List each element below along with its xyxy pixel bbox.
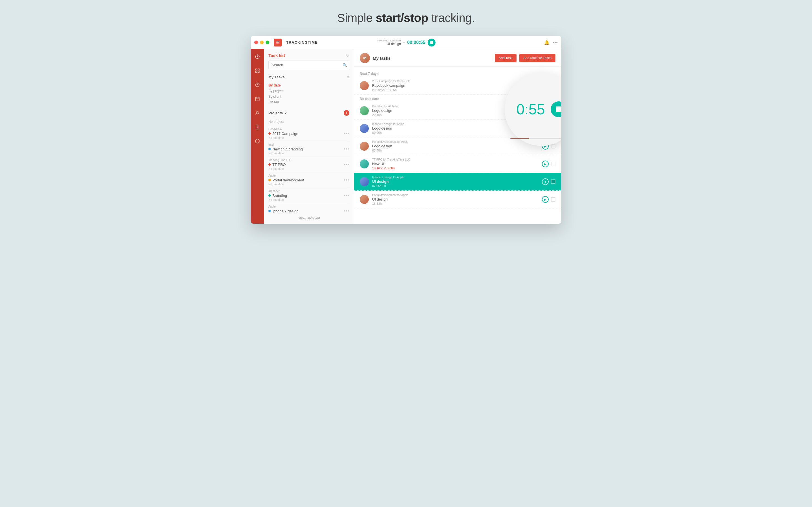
svg-point-10 bbox=[257, 111, 258, 113]
project-name: 2017 Campaign bbox=[268, 131, 298, 136]
sidebar-icon-box[interactable] bbox=[253, 137, 262, 145]
task-project: Portal development for Apple bbox=[372, 140, 539, 144]
sidebar-icon-calendar[interactable] bbox=[253, 95, 262, 103]
task-item-active[interactable]: Iphone 7 design for Apple UI design 07:0… bbox=[354, 173, 561, 191]
panel-header: Task list ↻ bbox=[264, 49, 354, 61]
timer-task-label: IPHONE 7 DESIGN bbox=[377, 39, 401, 42]
project-name: Iphone 7 design bbox=[268, 209, 299, 213]
project-menu-icon[interactable]: ••• bbox=[344, 147, 349, 152]
circle-stop-button[interactable] bbox=[551, 101, 561, 117]
sidebar-icon-chart[interactable] bbox=[253, 66, 262, 75]
projects-header: Projects ∨ + bbox=[264, 107, 354, 117]
project-item[interactable]: Apple Portal development ••• No due date bbox=[268, 172, 349, 188]
task-avatar bbox=[360, 177, 369, 186]
filter-by-client[interactable]: By client bbox=[268, 94, 349, 100]
project-due: No due date bbox=[268, 167, 349, 170]
no-project-label[interactable]: No project bbox=[268, 117, 349, 126]
project-name: Portal development bbox=[268, 178, 304, 182]
task-item[interactable]: TT PRO for TrackingTime LLC New UI 19:16… bbox=[354, 155, 561, 173]
my-tasks-label: My Tasks bbox=[268, 75, 285, 79]
task-actions: ■ bbox=[542, 178, 555, 185]
my-tasks-header: My Tasks ≡ bbox=[264, 73, 354, 81]
add-project-button[interactable]: + bbox=[344, 110, 349, 116]
project-item[interactable]: Coca-Cola 2017 Campaign ••• No due date bbox=[268, 126, 349, 142]
sidebar-icon-time[interactable] bbox=[253, 80, 262, 89]
project-item[interactable]: TrackingTime LLC TT PRO ••• No due date bbox=[268, 157, 349, 172]
svg-rect-4 bbox=[258, 71, 259, 73]
project-color-dot bbox=[268, 210, 271, 212]
project-due: No due date bbox=[268, 136, 349, 139]
task-time: 16:58h bbox=[372, 202, 539, 205]
sidebar-icon-clock[interactable] bbox=[253, 52, 262, 61]
search-icon: 🔍 bbox=[343, 63, 347, 67]
minimize-button[interactable] bbox=[260, 41, 264, 44]
project-item[interactable]: Alphabet Branding ••• No due date bbox=[268, 188, 349, 203]
task-info: Portal development for Apple Logo design… bbox=[372, 140, 539, 152]
project-menu-icon[interactable]: ••• bbox=[344, 193, 349, 198]
filter-by-project[interactable]: By project bbox=[268, 88, 349, 94]
projects-label[interactable]: Projects ∨ bbox=[268, 111, 287, 115]
show-archived-link[interactable]: Show archived bbox=[264, 213, 354, 224]
project-color-dot bbox=[268, 132, 271, 135]
refresh-icon[interactable]: ↻ bbox=[346, 53, 349, 58]
task-name: UI design bbox=[372, 179, 539, 184]
left-panel: Task list ↻ 🔍 My Tasks ≡ By date By proj… bbox=[264, 49, 354, 224]
task-name: New UI bbox=[372, 162, 539, 166]
timer-stop-button[interactable] bbox=[427, 39, 435, 47]
task-checkbox[interactable] bbox=[551, 197, 555, 202]
project-name-row: 2017 Campaign ••• bbox=[268, 131, 349, 136]
task-checkbox[interactable] bbox=[551, 179, 555, 184]
project-menu-icon[interactable]: ••• bbox=[344, 162, 349, 167]
project-client: Intel bbox=[268, 143, 349, 146]
project-client: Alphabet bbox=[268, 189, 349, 193]
notifications-icon[interactable]: 🔔 bbox=[544, 40, 550, 45]
project-item[interactable]: Intel New chip branding ••• No due date bbox=[268, 142, 349, 157]
filter-closed[interactable]: Closed bbox=[268, 100, 349, 105]
project-color-dot bbox=[268, 148, 271, 150]
filter-list: By date By project By client Closed bbox=[264, 81, 354, 107]
timer-task-info: IPHONE 7 DESIGN UI design bbox=[377, 39, 401, 46]
close-button[interactable] bbox=[254, 41, 258, 44]
headline: Simple start/stop tracking. bbox=[337, 11, 475, 25]
app-logo: TRACKINGTIME bbox=[286, 40, 318, 45]
add-task-button[interactable]: Add Task bbox=[495, 54, 516, 62]
task-checkbox[interactable] bbox=[551, 144, 555, 149]
traffic-lights bbox=[254, 41, 269, 44]
task-item[interactable]: Portal development for Apple UI design 1… bbox=[354, 191, 561, 209]
task-play-button[interactable]: ▶ bbox=[542, 196, 549, 203]
search-box: 🔍 bbox=[268, 61, 349, 69]
project-name-row: Iphone 7 design ••• bbox=[268, 209, 349, 213]
project-item[interactable]: Apple Iphone 7 design ••• No due date bbox=[268, 203, 349, 213]
project-name-row: TT PRO ••• bbox=[268, 162, 349, 167]
project-menu-icon[interactable]: ••• bbox=[344, 131, 349, 136]
task-action-buttons: Add Task Add Multiple Tasks bbox=[495, 54, 555, 62]
task-name: UI design bbox=[372, 197, 539, 202]
progress-bar-fill bbox=[510, 138, 529, 139]
add-multiple-tasks-button[interactable]: Add Multiple Tasks bbox=[519, 54, 555, 62]
more-options-icon[interactable]: ••• bbox=[553, 40, 558, 45]
user-avatar: M bbox=[360, 53, 370, 63]
search-input[interactable] bbox=[268, 61, 349, 69]
task-stop-button[interactable]: ■ bbox=[542, 178, 549, 185]
task-avatar bbox=[360, 159, 369, 168]
title-bar: ☰ TRACKINGTIME IPHONE 7 DESIGN UI design… bbox=[251, 36, 561, 49]
task-avatar bbox=[360, 124, 369, 133]
task-actions: ▶ bbox=[542, 161, 555, 167]
project-menu-icon[interactable]: ••• bbox=[344, 209, 349, 213]
panel-title: Task list bbox=[268, 53, 285, 58]
task-play-button[interactable]: ▶ bbox=[542, 161, 549, 167]
sidebar-icon-docs[interactable] bbox=[253, 123, 262, 131]
project-due: No due date bbox=[268, 152, 349, 155]
app-window: ☰ TRACKINGTIME IPHONE 7 DESIGN UI design… bbox=[251, 36, 561, 224]
circle-timer: 0:55 bbox=[516, 101, 545, 118]
maximize-button[interactable] bbox=[266, 41, 269, 44]
svg-rect-2 bbox=[258, 69, 259, 70]
timer-task-name: UI design bbox=[377, 42, 401, 46]
filter-icon[interactable]: ≡ bbox=[347, 75, 349, 79]
project-menu-icon[interactable]: ••• bbox=[344, 177, 349, 182]
task-checkbox[interactable] bbox=[551, 162, 555, 166]
timer-chevron-icon[interactable]: ▾ bbox=[403, 41, 405, 45]
project-name: Branding bbox=[268, 193, 287, 198]
sidebar-icon-user[interactable] bbox=[253, 109, 262, 117]
filter-by-date[interactable]: By date bbox=[268, 82, 349, 88]
